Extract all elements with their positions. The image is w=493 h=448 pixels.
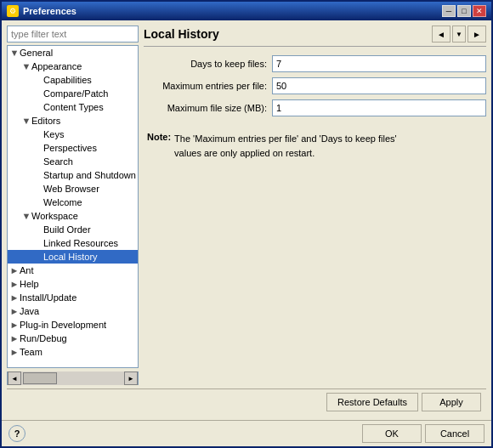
- help-button[interactable]: ?: [8, 425, 26, 442]
- expander-icon: [33, 224, 43, 235]
- tree-item-label: Plug-in Development: [20, 320, 106, 330]
- scroll-thumb[interactable]: [23, 372, 57, 384]
- footer-bar: ? OK Cancel: [2, 420, 491, 446]
- form-area: Days to keep files:Maximum entries per f…: [144, 52, 486, 120]
- tree-item-label: Linked Resources: [43, 238, 118, 248]
- tree-item-label: General: [20, 48, 53, 58]
- tree-item-label: Appearance: [31, 61, 82, 71]
- form-input-1[interactable]: [272, 77, 486, 94]
- form-label-0: Days to keep files:: [144, 59, 267, 69]
- maximize-button[interactable]: □: [457, 5, 471, 17]
- form-label-2: Maximum file size (MB):: [144, 103, 267, 113]
- horizontal-scrollbar[interactable]: ◄ ►: [7, 371, 139, 385]
- forward-button[interactable]: ►: [468, 26, 486, 43]
- note-label: Note:: [147, 132, 171, 160]
- expander-icon: [33, 252, 43, 262]
- panel-title: Local History: [144, 27, 219, 41]
- expander-icon: [33, 102, 43, 112]
- ok-button[interactable]: OK: [362, 424, 422, 443]
- expander-icon: [33, 156, 43, 167]
- tree-item-compare_patch[interactable]: Compare/Patch: [8, 87, 138, 100]
- close-button[interactable]: ✕: [473, 5, 486, 17]
- expander-icon[interactable]: ▼: [21, 211, 31, 221]
- tree-item-perspectives[interactable]: Perspectives: [8, 141, 138, 155]
- tree-item-label: Build Order: [43, 224, 91, 235]
- tree-item-label: Search: [43, 156, 73, 167]
- scroll-track: [21, 371, 124, 385]
- expander-icon[interactable]: ►: [9, 333, 20, 343]
- expander-icon[interactable]: ►: [9, 306, 20, 316]
- expander-icon: [33, 88, 43, 99]
- tree-item-label: Java: [20, 306, 39, 316]
- tree-item-capabilities[interactable]: Capabilities: [8, 73, 138, 87]
- tree-item-web_browser[interactable]: Web Browser: [8, 182, 138, 196]
- window-title: Preferences: [23, 6, 76, 16]
- form-row-2: Maximum file size (MB):: [144, 99, 486, 116]
- form-row-1: Maximum entries per file:: [144, 77, 486, 94]
- tree-item-label: Local History: [43, 252, 98, 262]
- expander-icon[interactable]: ▼: [21, 116, 31, 126]
- window-icon: ⚙: [7, 5, 19, 17]
- back-dropdown-button[interactable]: ▼: [452, 26, 466, 43]
- tree-item-run_debug[interactable]: ►Run/Debug: [8, 332, 138, 345]
- tree-item-label: Help: [20, 279, 39, 289]
- tree-item-welcome[interactable]: Welcome: [8, 196, 138, 209]
- title-buttons: ─ □ ✕: [442, 5, 486, 17]
- scroll-left-button[interactable]: ◄: [8, 371, 21, 385]
- expander-icon[interactable]: ►: [9, 265, 20, 275]
- filter-input[interactable]: [7, 26, 139, 43]
- expander-icon[interactable]: ▼: [21, 61, 31, 71]
- note-text: The 'Maximum entries per file' and 'Days…: [174, 132, 397, 160]
- tree-item-label: Workspace: [31, 211, 78, 221]
- tree-item-keys[interactable]: Keys: [8, 128, 138, 141]
- expander-icon: [33, 197, 43, 207]
- tree-item-ant[interactable]: ►Ant: [8, 264, 138, 277]
- left-panel: ▼General▼AppearanceCapabilitiesCompare/P…: [7, 26, 139, 385]
- note-area: Note: The 'Maximum entries per file' and…: [144, 125, 486, 167]
- expander-icon[interactable]: ▼: [9, 48, 20, 58]
- tree-item-java[interactable]: ►Java: [8, 304, 138, 318]
- expander-icon[interactable]: ►: [9, 279, 20, 289]
- tree-item-help[interactable]: ►Help: [8, 277, 138, 291]
- tree-item-local_history[interactable]: Local History: [8, 250, 138, 264]
- expander-icon: [33, 143, 43, 153]
- tree-item-appearance[interactable]: ▼Appearance: [8, 60, 138, 73]
- restore-defaults-button[interactable]: Restore Defaults: [326, 393, 418, 411]
- tree-item-general[interactable]: ▼General: [8, 46, 138, 60]
- tree-item-label: Run/Debug: [20, 333, 67, 343]
- tree-item-label: Web Browser: [43, 184, 99, 194]
- tree-item-build_order[interactable]: Build Order: [8, 223, 138, 236]
- expander-icon: [33, 238, 43, 248]
- tree-item-startup[interactable]: Startup and Shutdown: [8, 168, 138, 182]
- scroll-right-button[interactable]: ►: [124, 371, 138, 385]
- cancel-button[interactable]: Cancel: [425, 424, 484, 443]
- expander-icon: [33, 75, 43, 85]
- tree-item-plugin_dev[interactable]: ►Plug-in Development: [8, 318, 138, 332]
- nav-buttons: ◄ ▼ ►: [432, 26, 486, 43]
- minimize-button[interactable]: ─: [442, 5, 456, 17]
- tree-item-label: Compare/Patch: [43, 88, 108, 99]
- expander-icon[interactable]: ►: [9, 292, 20, 303]
- form-input-2[interactable]: [272, 99, 486, 116]
- back-button[interactable]: ◄: [432, 26, 450, 43]
- tree-item-editors[interactable]: ▼Editors: [8, 114, 138, 128]
- apply-button[interactable]: Apply: [422, 393, 481, 411]
- title-bar: ⚙ Preferences ─ □ ✕: [2, 2, 491, 20]
- form-label-1: Maximum entries per file:: [144, 81, 267, 91]
- tree-item-label: Content Types: [43, 102, 104, 112]
- tree-item-label: Team: [20, 347, 42, 357]
- tree-item-team[interactable]: ►Team: [8, 345, 138, 359]
- expander-icon[interactable]: ►: [9, 347, 20, 357]
- tree-item-linked_resources[interactable]: Linked Resources: [8, 236, 138, 250]
- form-input-0[interactable]: [272, 55, 486, 72]
- tree-item-workspace[interactable]: ▼Workspace: [8, 209, 138, 223]
- tree-panel[interactable]: ▼General▼AppearanceCapabilitiesCompare/P…: [7, 45, 139, 368]
- tree-item-label: Keys: [43, 129, 64, 139]
- tree-item-install_update[interactable]: ►Install/Update: [8, 291, 138, 304]
- tree-item-label: Capabilities: [43, 75, 92, 85]
- form-row-0: Days to keep files:: [144, 55, 486, 72]
- tree-item-content_types[interactable]: Content Types: [8, 100, 138, 114]
- tree-item-search[interactable]: Search: [8, 155, 138, 168]
- expander-icon[interactable]: ►: [9, 320, 20, 330]
- tree-item-label: Welcome: [43, 197, 82, 207]
